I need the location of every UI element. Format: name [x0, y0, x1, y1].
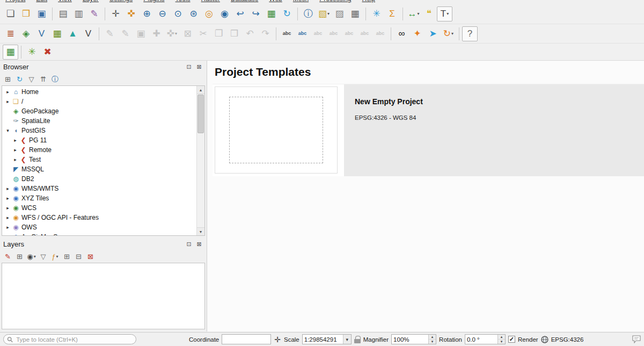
save-project-icon[interactable]: ▣: [34, 6, 49, 21]
expand-icon[interactable]: ▸: [4, 234, 11, 235]
scroll-up-icon[interactable]: [197, 86, 204, 94]
grass-tools-icon[interactable]: ✳: [24, 45, 40, 60]
new-3d-map-icon[interactable]: ▦: [264, 6, 279, 21]
menu-view[interactable]: View: [58, 0, 72, 3]
browser-item-db2[interactable]: ◍DB2: [2, 174, 196, 184]
delete-selected-icon[interactable]: ⊠: [180, 26, 195, 41]
plugin-reloader-icon[interactable]: ↻▾: [441, 26, 456, 41]
data-source-manager-icon[interactable]: ≣: [3, 26, 18, 41]
add-group-icon[interactable]: ⊞: [14, 251, 25, 262]
browser-item-pg-11[interactable]: ▸❮PG 11: [2, 135, 196, 145]
spin-up-icon[interactable]: [498, 335, 505, 340]
collapse-all-layers-icon[interactable]: ⊟: [73, 251, 84, 262]
menu-raster[interactable]: Raster: [201, 0, 220, 3]
zoom-last-icon[interactable]: ↩: [232, 6, 248, 21]
metasearch-icon[interactable]: ∞: [394, 26, 409, 41]
menu-help[interactable]: Help: [362, 0, 376, 3]
show-layout-manager-icon[interactable]: ▥: [71, 6, 86, 21]
expand-icon[interactable]: ▸: [4, 215, 11, 220]
browser-item-wms-wmts[interactable]: ▸◉WMS/WMTS: [2, 184, 196, 193]
zoom-to-layer-icon[interactable]: ◉: [217, 6, 232, 21]
browser-item-spatialite[interactable]: ✑SpatiaLite: [2, 116, 196, 126]
expand-icon[interactable]: ▾: [4, 128, 11, 133]
zoom-native-icon[interactable]: ⊙: [170, 6, 186, 21]
browser-item-home[interactable]: ▸⌂Home: [2, 87, 196, 97]
expand-icon[interactable]: ▸: [4, 89, 11, 95]
crs-status-label[interactable]: EPSG:4326: [551, 336, 584, 343]
template-card[interactable]: New Empty Project EPSG:4326 - WGS 84: [213, 84, 644, 176]
browser-item-ows[interactable]: ▸◉OWS: [2, 222, 196, 232]
select-features-icon[interactable]: ▧▾: [316, 6, 332, 21]
messages-icon[interactable]: [632, 335, 641, 343]
extents-icon[interactable]: ✛: [274, 335, 281, 344]
scrollbar-thumb[interactable]: [197, 95, 204, 133]
refresh-browser-icon[interactable]: ↻: [14, 74, 25, 84]
pin-labels-icon[interactable]: abc: [310, 26, 326, 41]
chevron-down-icon[interactable]: ▾: [417, 11, 419, 16]
crs-globe-icon[interactable]: [541, 336, 548, 343]
new-print-layout-icon[interactable]: ▤: [55, 6, 71, 21]
scale-combo[interactable]: 1:29854291: [302, 334, 352, 344]
zoom-full-icon[interactable]: ⊛: [186, 6, 201, 21]
close-panel-icon[interactable]: ⊠: [195, 63, 203, 71]
spin-down-icon[interactable]: [498, 340, 505, 344]
float-panel-icon[interactable]: ⊡: [185, 63, 193, 71]
chevron-down-icon[interactable]: [343, 335, 351, 344]
browser-item-remote[interactable]: ▸❮Remote: [2, 145, 196, 155]
change-label-icon[interactable]: abc: [372, 26, 388, 41]
expand-icon[interactable]: ▸: [4, 205, 11, 211]
toggle-editing-icon[interactable]: ✎: [118, 26, 133, 41]
zoom-out-icon[interactable]: ⊖: [155, 6, 170, 21]
layer-diagram-icon[interactable]: abc: [295, 26, 310, 41]
rotate-label-icon[interactable]: abc: [357, 26, 372, 41]
layers-view[interactable]: [2, 263, 205, 329]
pan-to-selection-icon[interactable]: ✜: [123, 6, 139, 21]
menu-plugins[interactable]: Plugins: [143, 0, 164, 3]
menu-tools[interactable]: Tools: [175, 0, 191, 3]
browser-item-item[interactable]: ▸❏/: [2, 97, 196, 106]
identify-features-icon[interactable]: ⓘ: [301, 6, 316, 21]
float-panel-icon[interactable]: ⊡: [185, 240, 193, 248]
browser-item-wfs-ogc-api-features[interactable]: ▸◉WFS / OGC API - Features: [2, 213, 196, 222]
browser-item-wcs[interactable]: ▸◉WCS: [2, 203, 196, 213]
scrollbar[interactable]: [196, 86, 204, 235]
current-edits-icon[interactable]: ✎: [102, 26, 118, 41]
close-panel-icon[interactable]: ⊠: [195, 240, 203, 248]
menu-database[interactable]: Database: [231, 0, 258, 3]
redo-icon[interactable]: ↷: [258, 26, 273, 41]
browser-item-mssql[interactable]: ◤MSSQL: [2, 164, 196, 174]
render-checkbox[interactable]: [508, 336, 515, 343]
zoom-in-icon[interactable]: ⊕: [139, 6, 155, 21]
help-contents-icon[interactable]: ?: [462, 26, 478, 41]
pan-map-icon[interactable]: ✛: [108, 6, 123, 21]
coordinate-input[interactable]: [222, 334, 271, 344]
copy-features-icon[interactable]: ❐: [211, 26, 226, 41]
add-vector-layer-icon[interactable]: V: [34, 26, 49, 41]
spin-down-icon[interactable]: [429, 340, 436, 344]
add-feature-icon[interactable]: ✚: [149, 26, 164, 41]
save-layer-edits-icon[interactable]: ▣: [133, 26, 149, 41]
processing-history-icon[interactable]: ✦: [409, 26, 425, 41]
add-delimited-text-icon[interactable]: V: [80, 26, 96, 41]
expand-icon[interactable]: ▸: [4, 225, 11, 230]
expand-icon[interactable]: ▸: [12, 138, 19, 143]
expand-all-icon[interactable]: ⊞: [61, 251, 72, 262]
move-label-icon[interactable]: abc: [341, 26, 357, 41]
add-raster-layer-icon[interactable]: ▦: [49, 26, 65, 41]
expand-icon[interactable]: ▸: [12, 147, 19, 153]
filter-legend-icon[interactable]: ▽: [38, 251, 49, 262]
menu-mesh[interactable]: Mesh: [293, 0, 309, 3]
python-console-icon[interactable]: ➤: [425, 26, 441, 41]
locate-input[interactable]: [15, 336, 133, 343]
browser-item-arcgismapserver[interactable]: ▸◉ArcGisMapServer: [2, 232, 196, 235]
browser-item-geopackage[interactable]: ◈GeoPackage: [2, 106, 196, 116]
locate-bar[interactable]: [3, 334, 136, 344]
new-project-icon[interactable]: ❏: [3, 6, 18, 21]
open-layer-styling-icon[interactable]: ✎: [2, 251, 13, 262]
browser-item-postgis[interactable]: ▾◖PostGIS: [2, 126, 196, 135]
filter-by-expression-icon[interactable]: ƒ▾: [49, 251, 61, 262]
undo-icon[interactable]: ↶: [242, 26, 258, 41]
open-attribute-table-icon[interactable]: ▦: [347, 6, 363, 21]
chevron-down-icon[interactable]: ▾: [56, 254, 58, 259]
spin-up-icon[interactable]: [429, 335, 436, 340]
